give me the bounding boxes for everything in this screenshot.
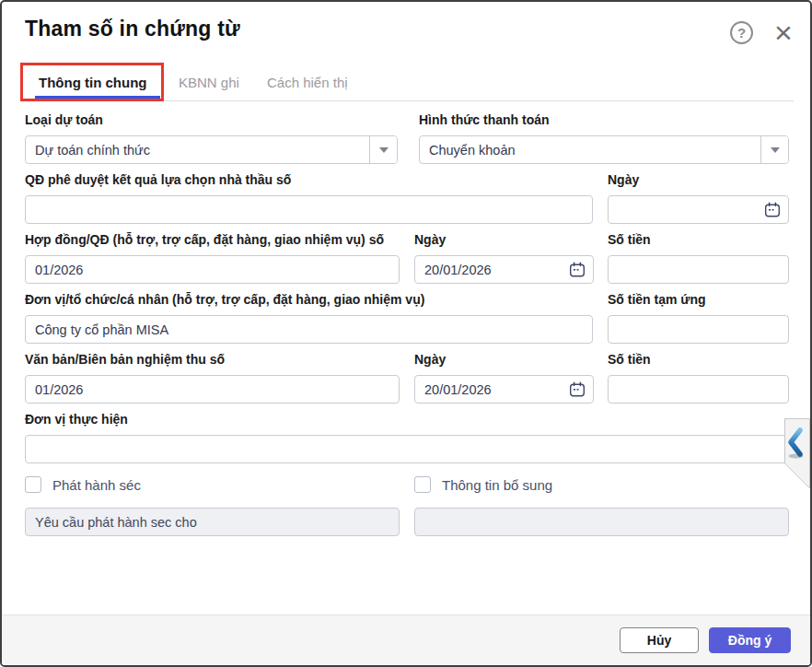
label-hop-dong-ngay: Ngày [414, 232, 446, 247]
select-loai-du-toan[interactable]: Dự toán chính thức [25, 135, 398, 164]
chevron-down-icon [771, 147, 780, 153]
label-don-vi-thuc-hien: Đơn vị thực hiện [25, 412, 128, 427]
dropdown-button[interactable] [760, 136, 788, 163]
label-qd-phe-duyet-so: QĐ phê duyệt kết quả lựa chọn nhà thầu s… [25, 172, 291, 187]
label-hop-dong-so: Hợp đồng/QĐ (hỗ trợ, trợ cấp, đặt hàng, … [25, 232, 384, 247]
input-van-ban-so-tien[interactable] [608, 375, 789, 404]
label-van-ban-so: Văn bản/Biên bản nghiệm thu số [25, 352, 225, 367]
select-hinh-thuc-thanh-toan[interactable]: Chuyển khoản [419, 135, 789, 164]
checkbox-label-phat-hanh-sec[interactable]: Phát hành séc [52, 477, 141, 493]
input-thong-tin-bo-sung-detail [414, 508, 789, 536]
label-so-tien-tam-ung: Số tiền tạm ứng [608, 292, 706, 307]
calendar-icon[interactable] [569, 381, 586, 398]
input-van-ban-so[interactable]: 01/2026 [25, 375, 400, 404]
label-van-ban-so-tien: Số tiền [608, 352, 651, 367]
label-don-vi-to-chuc: Đơn vị/tổ chức/cá nhân (hỗ trợ, trợ cấp,… [25, 292, 424, 307]
input-hop-dong-ngay[interactable]: 20/01/2026 [414, 255, 594, 284]
input-qd-phe-duyet-ngay[interactable] [608, 195, 789, 224]
label-qd-phe-duyet-ngay: Ngày [608, 172, 639, 187]
input-qd-phe-duyet-so[interactable] [25, 195, 593, 224]
tab-thong-tin-chung[interactable]: Thông tin chung [39, 75, 146, 90]
collapse-panel-handle[interactable] [784, 418, 810, 490]
dialog-title: Tham số in chứng từ [25, 17, 240, 41]
tabs-divider [20, 100, 794, 101]
label-hinh-thuc-thanh-toan: Hình thức thanh toán [419, 112, 550, 127]
label-loai-du-toan: Loại dự toán [25, 112, 103, 127]
ok-button[interactable]: Đồng ý [709, 627, 791, 653]
calendar-icon[interactable] [569, 262, 586, 278]
label-van-ban-ngay: Ngày [414, 352, 446, 367]
input-van-ban-ngay[interactable]: 20/01/2026 [414, 375, 594, 404]
input-hop-dong-so-tien[interactable] [608, 255, 789, 284]
chevron-down-icon [379, 147, 389, 153]
checkbox-phat-hanh-sec[interactable] [25, 476, 41, 493]
dropdown-button[interactable] [369, 136, 397, 163]
checkbox-label-thong-tin-bo-sung[interactable]: Thông tin bổ sung [442, 477, 552, 493]
calendar-icon[interactable] [764, 202, 781, 218]
help-icon[interactable]: ? [730, 21, 753, 44]
print-parameters-dialog: Tham số in chứng từ ? × Thông tin chung … [0, 0, 812, 667]
close-icon[interactable]: × [769, 15, 798, 50]
active-tab-underline [35, 96, 160, 99]
tab-cach-hien-thi[interactable]: Cách hiển thị [267, 75, 348, 90]
input-yeu-cau-phat-hanh-sec: Yêu cầu phát hành sec cho [25, 508, 400, 536]
cancel-button[interactable]: Hủy [620, 627, 699, 653]
tab-kbnn-ghi[interactable]: KBNN ghi [179, 75, 239, 90]
input-hop-dong-so[interactable]: 01/2026 [25, 255, 400, 284]
input-so-tien-tam-ung[interactable] [608, 315, 789, 344]
input-don-vi-to-chuc[interactable]: Công ty cổ phần MISA [25, 315, 593, 344]
input-don-vi-thuc-hien[interactable] [25, 435, 792, 463]
checkbox-thong-tin-bo-sung[interactable] [414, 476, 431, 493]
label-hop-dong-so-tien: Số tiền [608, 232, 651, 247]
